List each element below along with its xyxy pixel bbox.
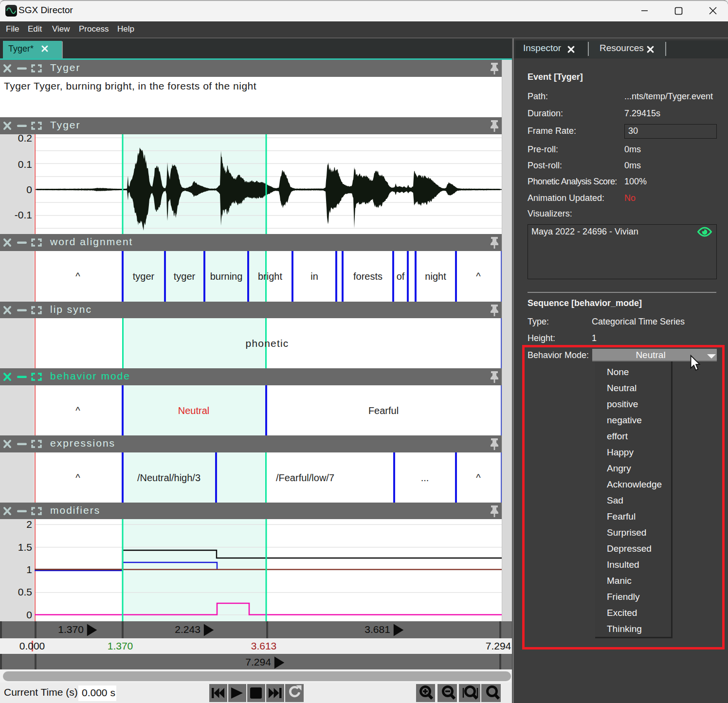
- svg-text:2: 2: [26, 519, 32, 530]
- svg-text:0.2: 0.2: [18, 134, 32, 144]
- svg-text:0.1: 0.1: [18, 159, 32, 170]
- svg-text:1: 1: [26, 564, 32, 575]
- svg-text:0.5: 0.5: [18, 586, 32, 597]
- svg-text:1.5: 1.5: [18, 541, 32, 553]
- svg-text:0: 0: [26, 609, 32, 620]
- svg-text:-0.1: -0.1: [15, 209, 32, 220]
- svg-text:0: 0: [26, 184, 32, 195]
